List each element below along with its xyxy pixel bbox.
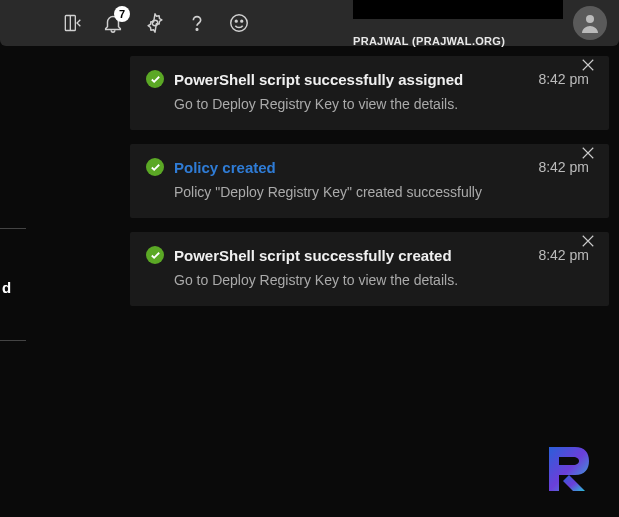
user-area: PRAJWAL (PRAJWAL.ORG) [353,0,607,47]
divider [0,340,26,341]
divider [0,228,26,229]
svg-point-5 [241,20,243,22]
check-icon [146,70,164,88]
close-icon[interactable] [575,140,601,166]
bell-icon[interactable]: 7 [102,12,124,34]
avatar[interactable] [573,6,607,40]
notification-badge: 7 [114,6,130,22]
notification-body: Go to Deploy Registry Key to view the de… [146,272,593,288]
redacted-box [353,0,563,19]
username-label: PRAJWAL (PRAJWAL.ORG) [353,35,563,47]
close-icon[interactable] [575,228,601,254]
notification-item: PowerShell script successfully assigned … [130,56,609,130]
notification-body: Policy "Deploy Registry Key" created suc… [146,184,593,200]
sidebar-char: d [0,279,26,296]
notification-title: PowerShell script successfully created [174,247,528,264]
notification-title: PowerShell script successfully assigned [174,71,528,88]
filter-icon[interactable] [62,13,82,33]
toolbar-icons: 7 [12,12,250,34]
svg-point-3 [231,15,248,32]
check-icon [146,158,164,176]
top-bar: 7 PRAJWAL (PRAJWAL.ORG) [0,0,619,46]
notification-item: Policy created 8:42 pm Policy "Deploy Re… [130,144,609,218]
help-icon[interactable] [186,12,208,34]
notification-body: Go to Deploy Registry Key to view the de… [146,96,593,112]
svg-point-6 [586,15,594,23]
smile-icon[interactable] [228,12,250,34]
notifications-panel: PowerShell script successfully assigned … [130,56,609,306]
brand-logo [537,439,597,499]
notification-item: PowerShell script successfully created 8… [130,232,609,306]
svg-point-2 [196,29,197,30]
gear-icon[interactable] [144,12,166,34]
svg-point-4 [235,20,237,22]
close-icon[interactable] [575,52,601,78]
check-icon [146,246,164,264]
sidebar-fragment: d [0,228,26,391]
notification-title-link[interactable]: Policy created [174,159,528,176]
